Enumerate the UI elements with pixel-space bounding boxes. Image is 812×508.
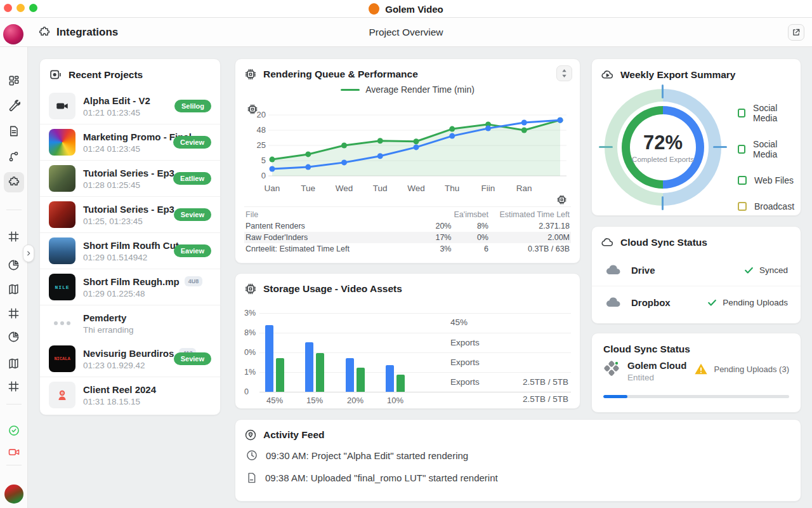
- project-row[interactable]: Pemderty Thi erranding: [40, 305, 220, 341]
- project-row[interactable]: Alpha Edit - V2 01:21 01:23:45 Selilog: [40, 86, 220, 124]
- golem-cloud-row[interactable]: Golem Cloud Entited Pending Uploads (3): [592, 359, 801, 384]
- activity-item[interactable]: 09:30 AM: Project "Alpha Edit" started r…: [235, 444, 801, 467]
- status-badge: Eaview: [174, 244, 211, 257]
- donut-tick: [662, 84, 664, 98]
- table-row[interactable]: Pantent Renders 20% 8% 2.371.18: [244, 220, 571, 232]
- git-branch-icon[interactable]: [4, 146, 24, 166]
- golem-cloud-icon: [603, 360, 620, 377]
- project-title: Marketing Promo - Final: [83, 131, 173, 142]
- sidebar-divider: [6, 404, 22, 404]
- svg-text:Tud: Tud: [373, 184, 388, 193]
- legend-label: Average Render Time (min): [365, 84, 475, 95]
- header: Integrations Project Overview: [0, 18, 812, 47]
- sync-service-row[interactable]: Drive Synced: [592, 254, 801, 286]
- svg-text:Uan: Uan: [265, 184, 280, 193]
- dashboard-grid-icon[interactable]: [4, 70, 24, 91]
- sort-button[interactable]: [556, 65, 572, 81]
- app-window: Golem Video Integrations Project Overvie…: [0, 0, 812, 508]
- legend-item[interactable]: Broadcast: [738, 201, 794, 211]
- map-icon-2[interactable]: [4, 353, 24, 373]
- rendering-queue-panel: Rendering Queue & Performance Average Re…: [235, 58, 580, 264]
- bar-xtick: 10%: [387, 396, 403, 405]
- user-avatar[interactable]: [4, 485, 23, 504]
- sync-service-row[interactable]: Dropbox Pending Uploads: [592, 286, 801, 318]
- project-title: Alpha Edit - V2: [83, 95, 174, 106]
- col-header-estimate: Ea'imsbet: [453, 207, 490, 221]
- svg-text:Wed: Wed: [336, 184, 353, 193]
- legend-item[interactable]: Social Media: [738, 139, 794, 159]
- render-queue-table: File Ea'imsbet Estimated Time Left Pante…: [244, 206, 571, 255]
- record-check-icon[interactable]: [4, 420, 24, 441]
- storage-title: Storage Usage - Video Assets: [263, 283, 402, 295]
- bar-ytick: 0: [244, 387, 249, 396]
- recent-projects-title: Recent Projects: [69, 69, 143, 81]
- project-row[interactable]: Marketing Promo - Final 01:24 01:23:45 C…: [40, 124, 220, 161]
- svg-text:5: 5: [261, 156, 266, 165]
- legend-item[interactable]: Web Files: [738, 175, 794, 185]
- upload-progress-fill: [603, 395, 627, 398]
- donut-caption: Completed Exports: [632, 156, 694, 163]
- status-badge: Eatliew: [173, 172, 211, 185]
- upload-progress-bar: [603, 395, 789, 398]
- pie-chart-icon[interactable]: [4, 255, 24, 275]
- svg-text:Fiin: Fiin: [481, 184, 495, 193]
- sidebar: [0, 47, 28, 508]
- side-row-label: Exports: [450, 358, 480, 367]
- frame-icon-2[interactable]: [4, 303, 24, 323]
- frame-icon[interactable]: [4, 226, 24, 246]
- svg-text:Ran: Ran: [516, 184, 532, 193]
- storage-bar: [305, 342, 313, 392]
- project-row[interactable]: Tutorial Series - Ep3 01:25, 01:23:45 Se…: [40, 197, 220, 233]
- cloud-sync-title-2: Cloud Sync Status: [592, 333, 801, 359]
- file-tag: 4U8: [185, 276, 203, 286]
- storage-usage-panel: Storage Usage - Video Assets 45% Exports…: [235, 273, 580, 409]
- project-thumbnail: [49, 165, 75, 192]
- render-time-line-chart: 20482550UanTueWedTudWedThuFiinRan: [243, 96, 572, 203]
- wrench-icon[interactable]: [4, 96, 24, 116]
- status-badge: Selilog: [174, 100, 211, 112]
- project-row[interactable]: NICALA Nevisurig Beurdiros 413 01:23 01.…: [40, 341, 220, 377]
- legend-item[interactable]: Social Media: [738, 103, 794, 123]
- project-sub: 01:25, 01:23:45: [83, 217, 174, 226]
- video-camera-icon[interactable]: [4, 442, 24, 462]
- project-title: Short Film Reugh.mp: [83, 276, 180, 287]
- warning-icon: [694, 362, 708, 376]
- side-row-label: Exports: [450, 338, 480, 347]
- project-thumbnail: [49, 382, 75, 408]
- document-icon[interactable]: [4, 121, 24, 141]
- project-row[interactable]: Tutorial Series - Ep3 01:28 01:25:45 Eat…: [40, 161, 220, 197]
- project-row[interactable]: NILE Short Film Reugh.mp 4U8 01:29 01.22…: [40, 269, 220, 305]
- sidebar-expand-button[interactable]: [23, 244, 34, 262]
- svg-text:0: 0: [261, 171, 266, 180]
- check-icon: [707, 297, 717, 308]
- pie-chart-icon-2[interactable]: [4, 326, 24, 347]
- app-logo-dot: [369, 3, 379, 15]
- project-sub: 01:29 01.225:48: [83, 289, 211, 298]
- project-sub: 01:21 01:23:45: [83, 108, 174, 117]
- project-row[interactable]: Short Film Roufh Cut 01:29 01.514942 Eav…: [40, 233, 220, 269]
- export-legend: Social Media Social Media Web Files Broa…: [738, 103, 794, 211]
- table-row-highlighted[interactable]: Raw Foder'Inders 17% 0% 2.00M: [244, 232, 571, 243]
- donut-tick: [662, 196, 664, 210]
- project-thumbnail: [49, 237, 75, 264]
- open-external-button[interactable]: [788, 24, 804, 41]
- chart-legend: Average Render Time (min): [235, 84, 580, 95]
- storage-bar: [357, 368, 365, 392]
- project-title: Pemderty: [83, 312, 211, 323]
- legend-line-swatch: [341, 89, 360, 91]
- donut-tick: [599, 146, 613, 148]
- map-icon[interactable]: [4, 279, 24, 299]
- activity-text: 09:38 AM: Uploaded "final_romo LUT" star…: [265, 472, 498, 483]
- project-row[interactable]: Client Reel 2024 01:31 18.15.15: [40, 377, 220, 413]
- puzzle-icon-active[interactable]: [4, 172, 24, 192]
- bar-ytick: 0%: [244, 348, 256, 357]
- check-icon: [743, 265, 754, 276]
- sidebar-divider: [6, 210, 22, 210]
- frame-icon-3[interactable]: [4, 376, 24, 396]
- storage-bar: [346, 358, 354, 392]
- table-row[interactable]: Cnrteelit: Estimated Time Left 3% 6 0.3T…: [244, 243, 571, 255]
- cloud-filled-icon: [605, 293, 622, 311]
- status-badge: Seview: [174, 208, 211, 221]
- bar-xtick: 15%: [306, 396, 323, 405]
- activity-item[interactable]: 09:38 AM: Uploaded "final_romo LUT" star…: [235, 467, 801, 489]
